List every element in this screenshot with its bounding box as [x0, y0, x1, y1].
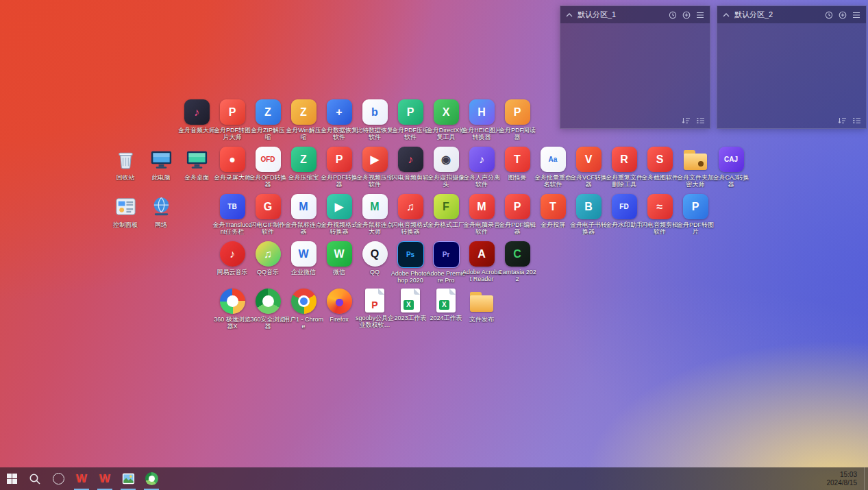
desktop-icon[interactable]: R金舟重复文件删除工具	[606, 147, 642, 188]
desktop-icon[interactable]: Z金舟压缩宝	[286, 147, 321, 181]
desktop-icon[interactable]: Z金舟Win解压缩	[286, 99, 321, 140]
desktop-icon[interactable]: OFD金舟OFD转换器	[250, 147, 286, 188]
desktop-icon[interactable]: V金舟VCF转换器	[571, 147, 606, 188]
desktop-icon[interactable]: M金舟鼠标连点器	[286, 194, 321, 235]
desktop-icon[interactable]: P金舟PDF转图片	[678, 194, 713, 235]
desktop-icon[interactable]: P金舟PDF转图片大师	[214, 99, 250, 140]
desktop-icon[interactable]: +金舟数据恢复软件	[321, 99, 357, 140]
show-desktop-button[interactable]	[864, 467, 868, 490]
desktop-icon[interactable]: T图怪兽	[499, 147, 535, 181]
desktop-icon[interactable]: H金舟HEIC图片转换器	[464, 99, 499, 140]
desktop-icon[interactable]: Psgooby公具企业数权软…	[357, 289, 393, 328]
desktop-icon[interactable]: 文件发布	[464, 289, 499, 323]
desktop-icon[interactable]: W企业微信	[286, 241, 321, 275]
desktop-icon[interactable]: 网络	[143, 194, 179, 228]
menu-icon[interactable]	[696, 12, 704, 19]
desktop-icon[interactable]: 金舟文件夹加密大师	[678, 147, 713, 188]
desktop-icon[interactable]: ♪金舟人声分离软件	[464, 147, 499, 188]
desktop-icon[interactable]: X2024工作表	[428, 289, 464, 321]
app-icon: F	[434, 194, 459, 219]
collapse-chevron-icon[interactable]	[723, 13, 730, 17]
icon-label: 金舟PDF转图片大师	[212, 127, 252, 140]
desktop-icon[interactable]: W微信	[321, 241, 357, 275]
desktop-icon[interactable]: PrAdobe Premiere Pro	[428, 241, 464, 284]
search-button[interactable]	[23, 467, 47, 490]
desktop-icon[interactable]: Firefox	[321, 289, 357, 323]
desktop-icon[interactable]: 回收站	[108, 147, 143, 181]
app-icon: M	[469, 194, 495, 219]
desktop-icon[interactable]: CAJ金舟CAJ转换器	[713, 147, 749, 188]
clock-time: 15:03	[840, 471, 857, 479]
desktop-icon[interactable]: F金舟格式工厂	[428, 194, 464, 228]
desktop-icon[interactable]: 用户1 - Chrome	[286, 289, 321, 330]
desktop-icon[interactable]: M金舟鼠标连点大师	[357, 194, 393, 235]
desktop-icon[interactable]: S金舟截图软件	[642, 147, 678, 181]
collapse-chevron-icon[interactable]	[566, 13, 573, 17]
desktop-icon[interactable]: ●金舟录屏大师	[214, 147, 250, 181]
desktop-icon[interactable]: B金舟电子书转换器	[571, 194, 606, 235]
desktop-icon[interactable]: P金舟PDF压缩软件	[393, 99, 428, 140]
icon-label: 图怪兽	[497, 174, 537, 181]
desktop-icon[interactable]: 金舟桌面	[179, 147, 214, 181]
browser-button[interactable]	[140, 467, 163, 490]
icon-label: 微信	[319, 269, 359, 275]
wps-writer-button[interactable]: W	[70, 467, 93, 490]
desktop-icon[interactable]: QQQ	[357, 241, 393, 275]
desktop-icon[interactable]: 360安全浏览器	[250, 289, 286, 330]
desktop-icon[interactable]: P金舟PDF转换器	[321, 147, 357, 188]
desktop-icon[interactable]: ♫QQ音乐	[250, 241, 286, 275]
desktop-icon[interactable]: AAdobe Acrobat Reader	[464, 241, 499, 282]
desktop-icon[interactable]: G闪电GIF制作软件	[250, 194, 286, 235]
network-icon	[149, 194, 174, 219]
desktop-icon[interactable]: 360 极速浏览器X	[214, 289, 250, 330]
view-icon[interactable]	[696, 117, 705, 125]
desktop-icon[interactable]: M金舟电脑录音软件	[464, 194, 499, 235]
add-icon[interactable]	[682, 11, 691, 19]
app-icon: P	[505, 99, 530, 125]
desktop-icon[interactable]: ♪闪电音频剪辑	[393, 147, 428, 181]
desktop-icon[interactable]: ▶金舟视频格式转换器	[321, 194, 357, 235]
icon-label: 金舟PDF压缩软件	[390, 127, 430, 140]
desktop-icon[interactable]: T金舟投屏	[535, 194, 571, 228]
firefox-icon	[327, 289, 352, 314]
desktop-icon[interactable]: TB金舟Translucent任务栏	[214, 194, 250, 235]
desktop-icon[interactable]: ▶金舟视频压缩软件	[357, 147, 393, 188]
start-button[interactable]	[0, 467, 23, 490]
taskbar-clock[interactable]: 15:03 2024/8/15	[823, 467, 865, 490]
rollup-icon[interactable]	[825, 11, 833, 19]
document-icon: P	[365, 289, 384, 313]
browser-icon	[145, 472, 158, 485]
fence-header[interactable]: 默认分区_2	[717, 6, 866, 23]
fence-panel: 默认分区_1	[560, 5, 710, 129]
menu-icon[interactable]	[852, 12, 860, 19]
desktop-icon[interactable]: P金舟PDF编辑器	[499, 194, 535, 235]
desktop-icon[interactable]: 控制面板	[108, 194, 143, 228]
desktop-icon[interactable]: Aa金舟批量重命名软件	[535, 147, 571, 188]
desktop-icon[interactable]: ♪网易云音乐	[214, 241, 250, 275]
desktop-icon[interactable]: Z金舟ZIP解压缩	[250, 99, 286, 140]
desktop-icon[interactable]: CCamtasia 2022	[499, 241, 535, 282]
desktop-icon[interactable]: P金舟PDF阅读器	[499, 99, 535, 140]
view-icon[interactable]	[852, 117, 861, 125]
wps-office-button[interactable]: W	[93, 467, 116, 490]
rollup-icon[interactable]	[669, 11, 677, 19]
desktop-icon[interactable]: 此电脑	[143, 147, 179, 181]
app-icon: Z	[291, 99, 317, 125]
computer-icon	[149, 147, 174, 172]
sort-icon[interactable]	[682, 117, 691, 125]
desktop-icon[interactable]: FD金舟水印助手	[606, 194, 642, 228]
desktop-icon[interactable]: X金舟DirectX修复工具	[428, 99, 464, 140]
desktop-icon[interactable]: b比特数据恢复软件	[357, 99, 393, 140]
photos-button[interactable]	[116, 467, 140, 490]
desktop-icon[interactable]: X2023工作表	[393, 289, 428, 321]
add-icon[interactable]	[839, 11, 847, 19]
sort-icon[interactable]	[838, 117, 847, 125]
desktop-icon[interactable]: ◉金舟虚拟摄像头	[428, 147, 464, 188]
icon-label: 闪电音频剪辑	[390, 174, 430, 181]
desktop-icon[interactable]: ≈闪电音频剪辑软件	[642, 194, 678, 235]
desktop-icon[interactable]: ♪金舟音频大师	[179, 99, 214, 134]
desktop-icon[interactable]: ♫闪电音频格式转换器	[393, 194, 428, 235]
fence-header[interactable]: 默认分区_1	[560, 6, 710, 23]
cortana-button[interactable]	[47, 467, 70, 490]
desktop-icon[interactable]: PsAdobe Photoshop 2020	[393, 241, 428, 284]
